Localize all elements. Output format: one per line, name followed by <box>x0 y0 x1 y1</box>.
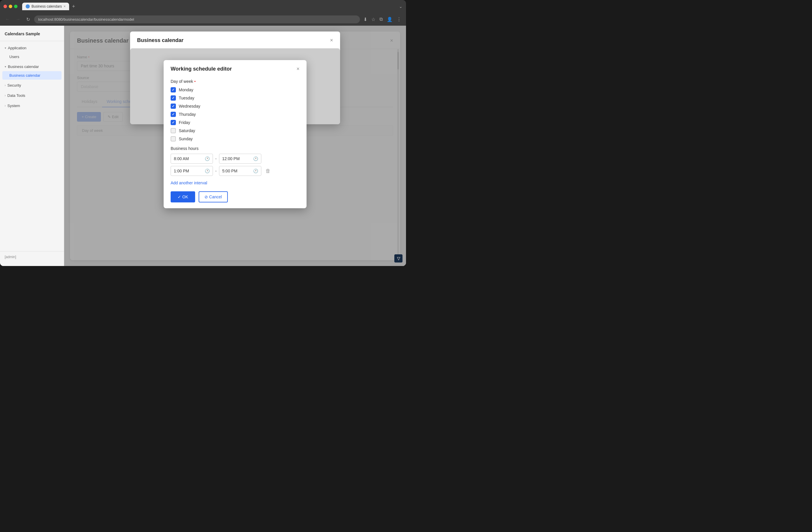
chevron-down-icon-bc: ▾ <box>5 65 6 68</box>
new-tab-button[interactable]: + <box>70 3 77 10</box>
url-text: localhost:8080/businesscalendar/business… <box>38 17 134 21</box>
ws-dialog-body: Day of week • ✓ Monday <box>164 77 306 191</box>
checkbox-saturday-label: Saturday <box>179 128 195 133</box>
close-button[interactable] <box>3 5 7 8</box>
checkbox-wednesday-box[interactable]: ✓ <box>171 103 176 109</box>
delete-interval-button[interactable]: 🗑 <box>264 167 272 175</box>
ws-dialog-header: Working schedule editor × <box>164 60 306 77</box>
sidebar-section-security-header[interactable]: › Security <box>0 81 64 90</box>
sidebar-section-system-label: System <box>7 103 20 108</box>
browser-content: Calendars Sample ▾ Application Users ▾ B… <box>0 26 406 266</box>
checkbox-sunday-box[interactable] <box>171 136 176 142</box>
sidebar-section-application-header[interactable]: ▾ Application <box>0 43 64 53</box>
tab-bar: Business calendars × + <box>22 3 397 10</box>
checkbox-thursday[interactable]: ✓ Thursday <box>171 112 300 117</box>
sidebar-section-bc-header[interactable]: ▾ Business calendar <box>0 62 64 71</box>
checkbox-saturday-box[interactable] <box>171 128 176 133</box>
sidebar-section-dt-label: Data Tools <box>7 94 25 98</box>
add-interval-link[interactable]: Add another interval <box>171 181 207 185</box>
checkbox-wednesday[interactable]: ✓ Wednesday <box>171 103 300 109</box>
sidebar-section-bc-label: Business calendar <box>8 64 39 69</box>
ws-dialog-footer: ✓ OK ⊘ Cancel <box>164 191 306 208</box>
sidebar-section-security: › Security <box>0 81 64 90</box>
clock-icon-4: 🕐 <box>253 169 258 173</box>
profile-icon[interactable]: 👤 <box>386 15 394 23</box>
time-start-2[interactable]: 1:00 PM 🕐 <box>171 166 213 176</box>
split-view-icon[interactable]: ⧉ <box>378 15 384 23</box>
bc-dialog-close-button[interactable]: × <box>330 37 333 43</box>
sidebar-brand: Calendars Sample <box>0 29 64 41</box>
maximize-button[interactable] <box>14 5 17 8</box>
checkbox-tuesday[interactable]: ✓ Tuesday <box>171 95 300 101</box>
sidebar-section-system-header[interactable]: › System <box>0 101 64 110</box>
checkbox-sunday-label: Sunday <box>179 136 192 141</box>
titlebar: Business calendars × + ⌄ <box>0 0 406 13</box>
sidebar: Calendars Sample ▾ Application Users ▾ B… <box>0 26 64 266</box>
sidebar-section-security-label: Security <box>7 83 21 87</box>
sidebar-section-application-label: Application <box>8 46 27 50</box>
refresh-button[interactable]: ↻ <box>25 15 32 23</box>
time-interval-1: 8:00 AM 🕐 - 12:00 PM 🕐 <box>171 154 300 163</box>
minimize-button[interactable] <box>9 5 12 8</box>
tab-close-button[interactable]: × <box>63 4 66 9</box>
chevron-right-icon-security: › <box>5 84 5 87</box>
ok-button[interactable]: ✓ OK <box>171 191 195 202</box>
sidebar-section-data-tools: › Data Tools <box>0 91 64 100</box>
sidebar-section-business-calendar: ▾ Business calendar Business calendar <box>0 62 64 80</box>
bc-dialog-title: Business calendar <box>137 37 184 43</box>
sidebar-section-application: ▾ Application Users <box>0 43 64 61</box>
tab-favicon <box>26 4 30 9</box>
ws-dialog-close-button[interactable]: × <box>296 66 300 72</box>
sidebar-section-system: › System <box>0 101 64 110</box>
sidebar-admin-label: [admin] <box>0 251 64 262</box>
checkbox-tuesday-label: Tuesday <box>179 96 194 100</box>
bookmark-icon[interactable]: ☆ <box>370 15 377 23</box>
clock-icon-1: 🕐 <box>205 156 210 161</box>
ws-dialog-title: Working schedule editor <box>171 66 232 72</box>
checkbox-thursday-box[interactable]: ✓ <box>171 112 176 117</box>
browser-frame: Business calendars × + ⌄ ← → ↻ localhost… <box>0 0 406 266</box>
clock-icon-2: 🕐 <box>253 156 258 161</box>
time-interval-2: 1:00 PM 🕐 - 5:00 PM 🕐 🗑 <box>171 166 300 176</box>
sidebar-item-users[interactable]: Users <box>0 53 64 61</box>
day-of-week-label: Day of week • <box>171 79 300 84</box>
time-start-1[interactable]: 8:00 AM 🕐 <box>171 154 213 163</box>
main-area: Business calendar × Name • Part time 30 … <box>64 26 406 266</box>
back-button[interactable]: ← <box>3 15 12 23</box>
chevron-down-icon: ▾ <box>5 46 6 49</box>
checkbox-friday[interactable]: ✓ Friday <box>171 120 300 125</box>
bc-dialog: Business calendar × Working schedule edi… <box>130 31 340 124</box>
tab-title: Business calendars <box>31 4 62 9</box>
time-separator-2: - <box>215 169 217 173</box>
checkbox-friday-box[interactable]: ✓ <box>171 120 176 125</box>
checkbox-monday-box[interactable]: ✓ <box>171 87 176 92</box>
time-separator-1: - <box>215 156 217 161</box>
time-end-2[interactable]: 5:00 PM 🕐 <box>219 166 261 176</box>
forward-button[interactable]: → <box>14 15 22 23</box>
url-bar[interactable]: localhost:8080/businesscalendar/business… <box>34 15 360 23</box>
ws-dialog-overlay: Working schedule editor × Day of week • <box>130 48 340 124</box>
chevron-right-icon-system: › <box>5 104 5 107</box>
day-of-week-required: • <box>194 79 196 84</box>
chevron-right-icon-dt: › <box>5 94 5 97</box>
active-tab[interactable]: Business calendars × <box>22 3 69 10</box>
sidebar-section-dt-header[interactable]: › Data Tools <box>0 91 64 100</box>
bc-dialog-body: Working schedule editor × Day of week • <box>130 48 340 124</box>
checkbox-wednesday-label: Wednesday <box>179 104 200 109</box>
checkbox-monday[interactable]: ✓ Monday <box>171 87 300 92</box>
time-end-1[interactable]: 12:00 PM 🕐 <box>219 154 261 163</box>
cancel-button[interactable]: ⊘ Cancel <box>199 191 228 202</box>
tab-dropdown-button[interactable]: ⌄ <box>399 4 403 9</box>
bc-dialog-header: Business calendar × <box>130 31 340 48</box>
checkbox-thursday-label: Thursday <box>179 112 196 117</box>
checkbox-sunday[interactable]: Sunday <box>171 136 300 142</box>
sidebar-item-business-calendar[interactable]: Business calendar <box>2 71 61 80</box>
download-icon[interactable]: ⬇ <box>362 15 368 23</box>
toolbar-icons: ⬇ ☆ ⧉ 👤 ⋮ <box>362 15 403 23</box>
browser-toolbar: ← → ↻ localhost:8080/businesscalendar/bu… <box>0 13 406 26</box>
clock-icon-3: 🕐 <box>205 169 210 173</box>
menu-icon[interactable]: ⋮ <box>395 15 403 23</box>
checkbox-saturday[interactable]: Saturday <box>171 128 300 133</box>
checkbox-tuesday-box[interactable]: ✓ <box>171 95 176 101</box>
checkbox-friday-label: Friday <box>179 120 190 125</box>
